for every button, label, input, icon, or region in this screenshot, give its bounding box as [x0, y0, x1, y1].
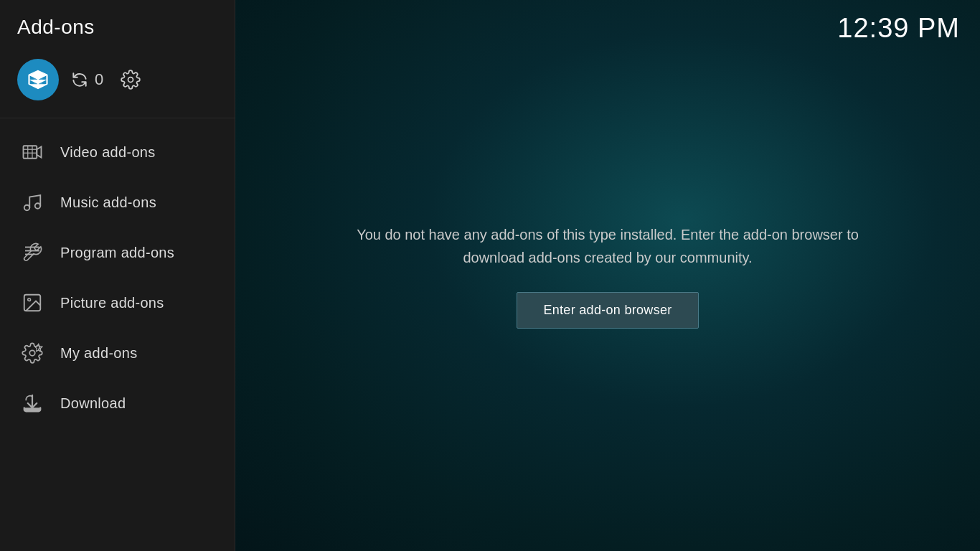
video-icon: [20, 140, 44, 164]
program-addons-label: Program add-ons: [60, 245, 174, 261]
music-addons-label: Music add-ons: [60, 194, 156, 211]
enter-addon-browser-button[interactable]: Enter add-on browser: [517, 292, 698, 329]
sidebar: Add-ons 0: [0, 0, 235, 551]
sidebar-item-program-addons[interactable]: Program add-ons: [0, 227, 235, 278]
my-addons-label: My add-ons: [60, 345, 138, 362]
svg-point-8: [35, 203, 41, 209]
sidebar-item-picture-addons[interactable]: Picture add-ons: [0, 278, 235, 328]
divider: [0, 118, 235, 118]
main-content: 12:39 PM You do not have any add-ons of …: [235, 0, 980, 551]
sidebar-item-video-addons[interactable]: Video add-ons: [0, 127, 235, 177]
picture-addons-label: Picture add-ons: [60, 295, 164, 311]
sidebar-item-my-addons[interactable]: My add-ons: [0, 328, 235, 378]
refresh-area[interactable]: 0: [70, 70, 103, 89]
sidebar-item-music-addons[interactable]: Music add-ons: [0, 177, 235, 227]
program-icon: [20, 240, 44, 265]
music-icon: [20, 190, 44, 215]
refresh-icon: [70, 70, 89, 89]
empty-message: You do not have any add-ons of this type…: [357, 223, 859, 269]
page-title: Add-ons: [0, 0, 235, 52]
main-center: You do not have any add-ons of this type…: [235, 0, 980, 551]
box-icon: [27, 69, 49, 90]
gear-icon: [121, 70, 141, 90]
download-icon: [20, 391, 44, 415]
my-addons-icon: [20, 341, 44, 365]
picture-icon: [20, 291, 44, 315]
svg-point-13: [28, 298, 31, 301]
download-label: Download: [60, 395, 126, 412]
update-count: 0: [95, 70, 103, 89]
svg-point-7: [24, 205, 30, 211]
addon-icon-button[interactable]: [17, 59, 59, 100]
sidebar-header: 0: [0, 52, 235, 115]
sidebar-item-download[interactable]: Download: [0, 378, 235, 428]
sidebar-nav: Video add-ons Music add-ons: [0, 121, 235, 428]
svg-rect-2: [24, 146, 37, 159]
settings-button[interactable]: [121, 70, 141, 90]
time-display: 12:39 PM: [837, 13, 960, 44]
video-addons-label: Video add-ons: [60, 144, 156, 161]
